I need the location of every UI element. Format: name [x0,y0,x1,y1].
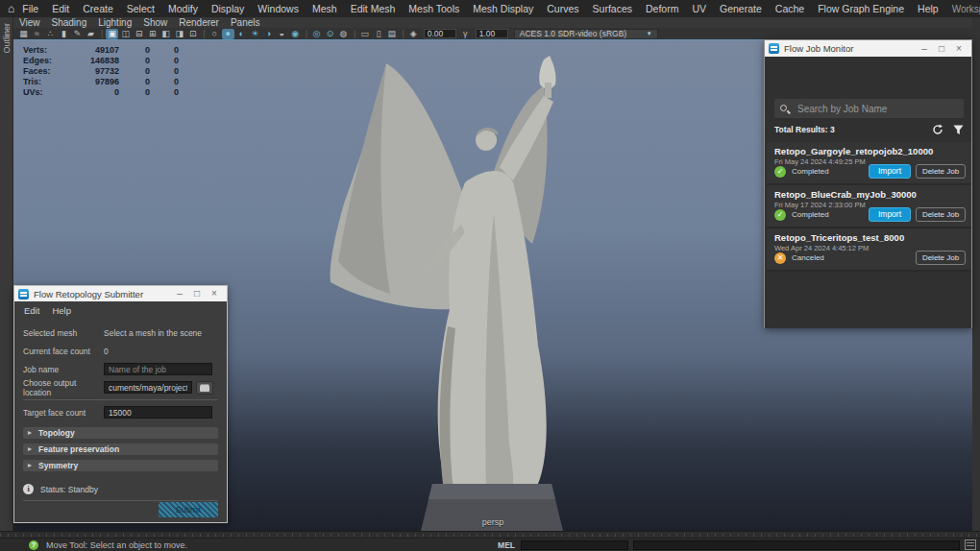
menu-edit-mesh[interactable]: Edit Mesh [351,3,396,14]
textured-display-icon[interactable]: ◐ [235,29,248,39]
menu-help[interactable]: Help [918,3,939,14]
panel-menu-shading[interactable]: Shading [52,17,87,28]
shaded-display-icon[interactable]: ● [222,29,234,39]
isolate-select-icon[interactable]: ◍ [337,29,350,39]
menu-select[interactable]: Select [127,3,155,14]
resolution-gate-icon[interactable]: ▯ [372,29,384,39]
close-button[interactable]: × [206,286,223,301]
import-button[interactable]: Import [869,164,911,179]
job-monitor-titlebar[interactable]: Flow Job Monitor – □ × [765,40,971,57]
panel-menu-renderer[interactable]: Renderer [179,17,219,28]
film-gate-icon[interactable]: ▭ [358,29,371,39]
delete-job-button[interactable]: Delete Job [916,207,966,222]
pencil-icon[interactable]: ✎ [71,29,84,39]
submitter-titlebar[interactable]: Flow Retopology Submitter – □ × [14,286,227,301]
exposure-icon[interactable]: ◈ [407,29,420,39]
job-search-input[interactable] [774,99,964,118]
exposure-field[interactable] [424,29,456,38]
submitter-menu-help[interactable]: Help [52,305,71,316]
delete-job-button[interactable]: Delete Job [916,251,966,265]
section-symmetry[interactable]: Symmetry [23,460,218,471]
menu-mesh[interactable]: Mesh [312,3,337,14]
maximize-button[interactable]: □ [188,286,206,301]
maximize-button[interactable]: □ [933,41,950,57]
submitter-menu-edit[interactable]: Edit [24,305,39,316]
uv-editor-pane-icon[interactable]: ⊡ [186,29,199,39]
hud-value: 0 [119,45,150,56]
panel-menu-view[interactable]: View [19,17,40,28]
menu-curves[interactable]: Curves [547,3,578,14]
outliner-collapsed-tab[interactable]: Outliner [2,23,12,54]
panel-menu-show[interactable]: Show [143,17,167,28]
refresh-icon[interactable] [932,124,943,135]
hud-row: UVs:000 [23,87,179,98]
chevron-down-icon: ▼ [647,31,652,36]
close-button[interactable]: × [950,41,968,57]
gamma-icon[interactable]: γ [459,29,472,39]
menu-mesh-tools[interactable]: Mesh Tools [408,3,459,14]
section-feature-preservation[interactable]: Feature preservation [23,443,218,455]
menu-file[interactable]: File [22,3,38,14]
shadows-display-icon[interactable]: ◑ [262,29,275,39]
target-face-count-input[interactable] [104,406,212,419]
hypergraph-pane-icon[interactable]: ◨ [173,29,185,39]
xray-icon[interactable]: ◎ [310,29,323,39]
menu-modify[interactable]: Modify [168,3,198,14]
menu-edit[interactable]: Edit [52,3,69,14]
single-pane-layout-icon[interactable]: ▣ [106,29,118,39]
view-transform-dropdown[interactable]: ACES 1.0 SDR-video (sRGB) ▼ [514,29,658,39]
antialias-display-icon[interactable]: ◉ [289,29,302,39]
minimize-button[interactable]: – [171,286,188,301]
output-location-input[interactable] [104,381,192,394]
menu-surfaces[interactable]: Surfaces [593,3,632,14]
section-topology[interactable]: Topology [23,427,218,439]
ao-display-icon[interactable]: ◒ [276,29,288,39]
stacked-pane-layout-icon[interactable]: ⊟ [133,29,145,39]
gate-mask-icon[interactable]: ▤ [385,29,398,39]
snap-curve-icon[interactable]: ≈ [31,29,43,39]
menu-windows[interactable]: Windows [257,3,299,14]
lights-display-icon[interactable]: ☀ [249,29,261,39]
command-line-zone: MEL [498,539,980,550]
menu-display[interactable]: Display [211,3,244,14]
snap-grid-icon[interactable]: ▦ [17,29,30,39]
wireframe-display-icon[interactable]: ○ [208,29,221,39]
menu-uv[interactable]: UV [692,3,706,14]
filter-icon[interactable] [953,125,964,135]
home-icon[interactable]: ⌂ [8,2,14,15]
window-controls: – □ × [171,286,223,301]
snap-point-icon[interactable]: ∴ [44,29,57,39]
menu-create[interactable]: Create [83,3,113,14]
menu-mesh-display[interactable]: Mesh Display [473,3,533,14]
panel-menu-panels[interactable]: Panels [231,17,260,28]
browse-folder-icon[interactable] [196,381,213,395]
job-status-label: Completed [792,167,829,176]
time-slider-strip[interactable] [0,531,980,538]
script-editor-icon[interactable] [965,539,976,550]
delete-job-button[interactable]: Delete Job [916,164,966,179]
make-live-icon[interactable]: ▮ [58,29,70,39]
gamma-field[interactable] [476,29,508,38]
menu-deform[interactable]: Deform [646,3,678,14]
hud-value: 0 [119,56,150,66]
import-button[interactable]: Import [869,207,911,222]
face-count-row: Current face count 0 [14,342,227,360]
menu-generate[interactable]: Generate [720,3,762,14]
submit-button[interactable]: Submit [159,502,218,517]
menu-cache[interactable]: Cache [775,3,804,14]
paint-brush-icon[interactable]: ▰ [85,29,97,39]
minimize-button[interactable]: – [916,41,933,57]
hud-value: 0 [150,66,179,77]
completed-check-icon: ✓ [774,166,786,178]
hud-value: Faces: [23,66,63,77]
panel-menu-lighting[interactable]: Lighting [98,17,132,28]
outliner-pane-icon[interactable]: ◧ [159,29,172,39]
menu-flow-graph-engine[interactable]: Flow Graph Engine [818,3,904,14]
xray-joints-icon[interactable]: ⊙ [324,29,336,39]
job-name-input[interactable] [104,363,212,375]
mel-result-field[interactable] [633,540,960,550]
mel-command-input[interactable] [521,540,628,550]
two-pane-layout-icon[interactable]: ◫ [119,29,132,39]
four-pane-layout-icon[interactable]: ⊞ [146,29,159,39]
mel-label[interactable]: MEL [498,540,515,550]
